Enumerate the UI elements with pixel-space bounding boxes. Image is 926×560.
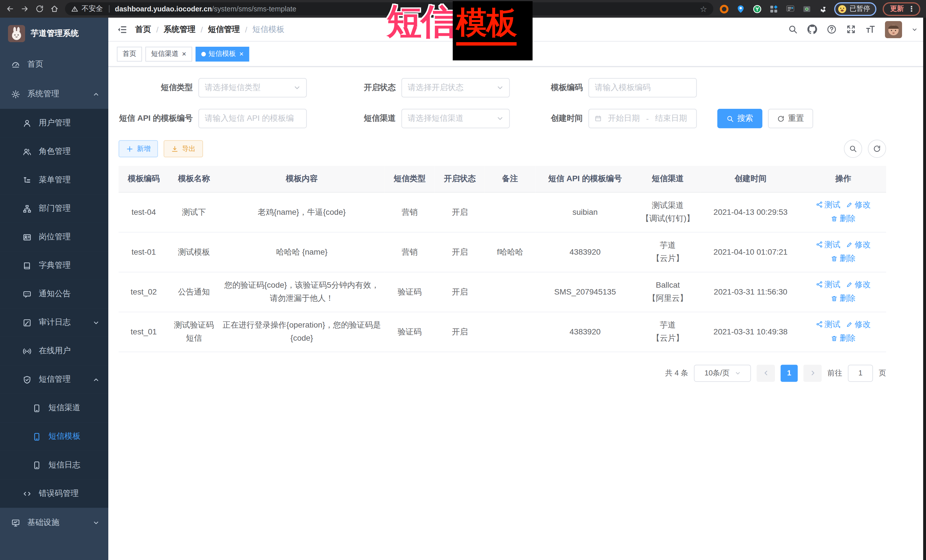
sidebar-item-2[interactable]: 用户管理 <box>0 109 108 137</box>
edit-action[interactable]: 修改 <box>846 278 871 291</box>
test-action[interactable]: 测试 <box>816 238 840 251</box>
cell-created-at: 2021-03-31 10:49:38 <box>701 312 800 352</box>
table-row: test-01测试模板哈哈哈 {name}营销开启f哈哈哈4383920芋道【云… <box>118 232 886 272</box>
sidebar-item-3[interactable]: 角色管理 <box>0 137 108 166</box>
navbar: 首页/系统管理/短信管理/短信模板 <box>108 18 926 42</box>
sidebar-item-label: 短信日志 <box>48 460 99 470</box>
test-action[interactable]: 测试 <box>816 318 840 331</box>
toggle-search-button[interactable] <box>844 140 862 158</box>
grid-extension-icon[interactable] <box>769 4 778 14</box>
reset-button[interactable]: 重置 <box>768 109 813 128</box>
download-icon <box>171 145 179 152</box>
text-input[interactable]: 请输入短信 API 的模板编 <box>198 109 307 128</box>
browser-forward-icon[interactable] <box>21 5 29 13</box>
caret-down-icon <box>93 319 99 326</box>
sidebar-item-9[interactable]: 审计日志 <box>0 308 108 337</box>
delete-action[interactable]: 删除 <box>831 212 856 225</box>
tab-1[interactable]: 短信渠道× <box>145 47 192 61</box>
sidebar-item-label: 在线用户 <box>39 346 99 356</box>
tab-label: 首页 <box>123 49 136 59</box>
edit-action[interactable]: 修改 <box>846 198 871 211</box>
sidebar-toggle-icon[interactable] <box>117 24 127 35</box>
app-logo-row[interactable]: 芋道管理系统 <box>0 18 108 50</box>
sidebar-item-label: 审计日志 <box>39 317 86 328</box>
recorder-extension-icon[interactable] <box>786 4 795 14</box>
edit-action[interactable]: 修改 <box>846 318 871 331</box>
test-action[interactable]: 测试 <box>816 198 840 211</box>
test-action[interactable]: 测试 <box>816 278 840 291</box>
page-size-select[interactable]: 10条/页 <box>694 364 751 381</box>
sidebar-item-12[interactable]: 短信渠道 <box>0 394 108 422</box>
browser-profile-chip[interactable]: 已暂停 <box>834 2 876 16</box>
breadcrumb-item[interactable]: 短信管理 <box>208 24 240 35</box>
sidebar-item-6[interactable]: 岗位管理 <box>0 223 108 251</box>
sidebar-item-13[interactable]: 短信模板 <box>0 422 108 451</box>
green-check-extension-icon[interactable] <box>753 4 762 14</box>
close-icon[interactable]: × <box>182 50 186 57</box>
navbar-actions <box>788 21 917 38</box>
sidebar-item-14[interactable]: 短信日志 <box>0 451 108 479</box>
sidebar-item-1[interactable]: 系统管理 <box>0 79 108 109</box>
refresh-table-button[interactable] <box>868 140 886 158</box>
select-field[interactable]: 请选择短信渠道 <box>401 109 510 128</box>
delete-action[interactable]: 删除 <box>831 292 856 305</box>
select-field[interactable]: 请选择开启状态 <box>401 78 510 97</box>
font-size-icon[interactable] <box>865 24 875 34</box>
sidebar-item-16[interactable]: 基础设施 <box>0 508 108 537</box>
cell-code: test-01 <box>118 232 169 272</box>
cell-api-template-id: 4383920 <box>535 312 635 352</box>
sidebar-item-8[interactable]: 通知公告 <box>0 280 108 308</box>
add-button[interactable]: 新增 <box>118 140 158 157</box>
prev-page-button[interactable] <box>757 364 775 381</box>
daterange-input[interactable]: 开始日期-结束日期 <box>589 109 697 128</box>
breadcrumb-item[interactable]: 系统管理 <box>163 24 195 35</box>
browser-back-icon[interactable] <box>6 5 14 13</box>
tab-2[interactable]: 短信模板× <box>195 47 249 61</box>
close-icon[interactable]: × <box>239 50 244 57</box>
app-title: 芋道管理系统 <box>31 29 79 39</box>
orange-ring-extension-icon[interactable] <box>720 4 729 14</box>
browser-menu-icon[interactable]: ⋮ <box>908 5 915 13</box>
share-icon <box>816 241 823 248</box>
user-menu-caret-icon[interactable] <box>912 27 917 32</box>
sidebar-item-4[interactable]: 菜单管理 <box>0 166 108 194</box>
header-search-icon[interactable] <box>788 24 798 34</box>
github-icon[interactable] <box>808 24 817 34</box>
sidebar-item-7[interactable]: 字典管理 <box>0 251 108 280</box>
map-pin-extension-icon[interactable] <box>736 4 745 14</box>
org-icon <box>23 204 31 213</box>
edit-icon <box>846 321 853 328</box>
sidebar-item-10[interactable]: 在线用户 <box>0 337 108 365</box>
screenshot-extension-icon[interactable] <box>802 4 811 14</box>
goto-page-input[interactable] <box>848 364 873 381</box>
search-button[interactable]: 搜索 <box>717 109 763 128</box>
sidebar-item-0[interactable]: 首页 <box>0 50 108 79</box>
fullscreen-icon[interactable] <box>846 24 856 34</box>
export-button[interactable]: 导出 <box>163 140 203 157</box>
extensions-puzzle-icon[interactable] <box>819 4 828 14</box>
refresh-icon <box>873 145 881 152</box>
delete-action[interactable]: 删除 <box>831 252 856 265</box>
tab-0[interactable]: 首页 <box>117 47 142 61</box>
bookmark-star-icon[interactable]: ☆ <box>700 5 707 13</box>
browser-reload-icon[interactable] <box>35 5 44 13</box>
current-page-button[interactable]: 1 <box>781 364 798 381</box>
sidebar-item-15[interactable]: 错误码管理 <box>0 479 108 508</box>
sidebar-item-5[interactable]: 部门管理 <box>0 194 108 223</box>
total-count: 共 4 条 <box>665 368 688 378</box>
select-field[interactable]: 请选择短信类型 <box>198 78 307 97</box>
cell-actions: 测试修改删除 <box>800 232 886 272</box>
edit-action[interactable]: 修改 <box>846 238 871 251</box>
sidebar-item-11[interactable]: 短信管理 <box>0 365 108 394</box>
column-header: 创建时间 <box>701 166 800 192</box>
breadcrumb-item[interactable]: 首页 <box>135 24 151 35</box>
browser-home-icon[interactable] <box>50 5 59 13</box>
breadcrumb-item[interactable]: 短信模板 <box>253 24 284 35</box>
next-page-button[interactable] <box>803 364 822 381</box>
address-bar[interactable]: 不安全 dashboard.yudao.iocoder.cn/system/sm… <box>65 2 713 15</box>
browser-update-button[interactable]: 更新 ⋮ <box>883 2 920 16</box>
user-avatar[interactable] <box>885 21 902 38</box>
delete-action[interactable]: 删除 <box>831 332 856 345</box>
text-input[interactable]: 请输入模板编码 <box>589 78 697 97</box>
help-icon[interactable] <box>827 24 837 34</box>
